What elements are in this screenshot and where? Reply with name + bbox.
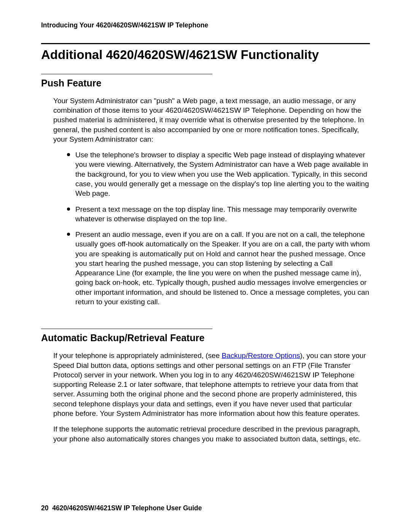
text-span: ), you can store your Speed Dial button …: [53, 351, 366, 417]
page-title: Additional 4620/4620SW/4621SW Functional…: [41, 47, 370, 62]
paragraph: Your System Administrator can "push" a W…: [53, 96, 370, 144]
paragraph: If your telephone is appropriately admin…: [53, 351, 370, 418]
text-span: If your telephone is appropriately admin…: [53, 351, 222, 359]
list-item: Use the telephone's browser to display a…: [68, 150, 370, 198]
list-item: Present a text message on the top displa…: [68, 204, 370, 224]
list-item: Present an audio message, even if you ar…: [68, 230, 370, 307]
horizontal-rule-major: [41, 43, 370, 44]
horizontal-rule-minor: [41, 74, 212, 74]
horizontal-rule-minor: [41, 329, 212, 329]
section-heading-backup: Automatic Backup/Retrieval Feature: [41, 332, 370, 344]
paragraph: If the telephone supports the automatic …: [53, 424, 370, 444]
page-footer: 20 4620/4620SW/4621SW IP Telephone User …: [41, 504, 202, 512]
running-header: Introducing Your 4620/4620SW/4621SW IP T…: [41, 21, 370, 29]
page-number: 20: [41, 504, 48, 512]
backup-restore-link[interactable]: Backup/Restore Options: [222, 351, 300, 359]
bullet-list: Use the telephone's browser to display a…: [68, 150, 370, 307]
document-page: Introducing Your 4620/4620SW/4621SW IP T…: [0, 0, 411, 532]
section-heading-push-feature: Push Feature: [41, 77, 370, 89]
footer-doc-title: 4620/4620SW/4621SW IP Telephone User Gui…: [52, 504, 202, 512]
